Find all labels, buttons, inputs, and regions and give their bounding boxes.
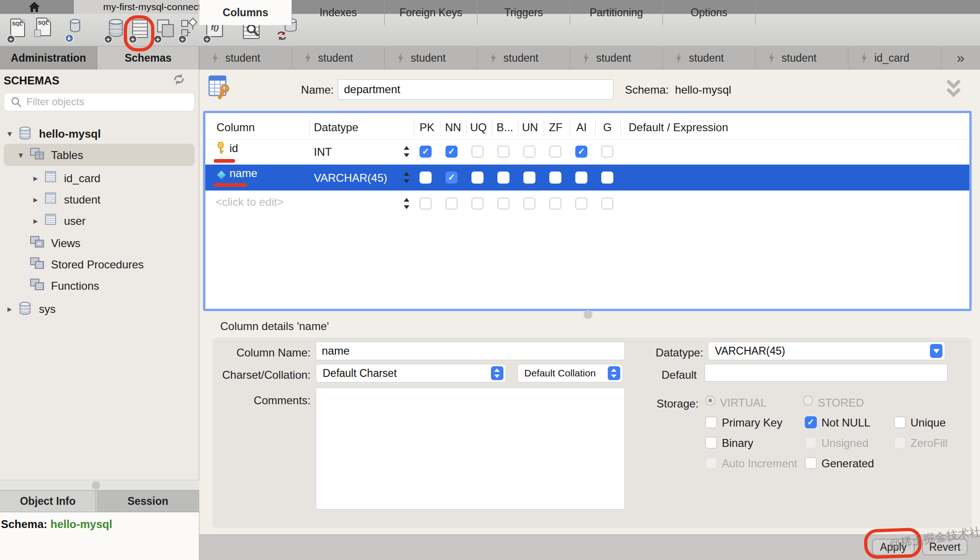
column-name-input[interactable] [316, 342, 625, 360]
doc-tab-student-2[interactable]: student [292, 46, 385, 70]
flag-binary-checkbox[interactable] [705, 437, 717, 449]
new-sql-tab-button[interactable]: SQL [6, 18, 30, 44]
col-header-datatype[interactable]: Datatype [314, 121, 358, 134]
checkbox-ai[interactable] [575, 197, 587, 210]
flag-primary-key-checkbox[interactable] [705, 416, 717, 428]
column-name-cell[interactable]: id [229, 142, 238, 155]
datatype-combo[interactable]: VARCHAR(45) [708, 342, 945, 360]
datatype-cell[interactable]: VARCHAR(45) [314, 172, 387, 185]
tab-object-info[interactable]: Object Info [0, 490, 96, 512]
tab-administration[interactable]: Administration [0, 46, 97, 70]
checkbox-uq[interactable] [471, 197, 484, 210]
tree-item-hello-mysql[interactable]: ▾ hello-mysql [0, 123, 198, 145]
checkbox-b[interactable] [497, 197, 509, 210]
tree-item-user[interactable]: ▸ user [0, 210, 198, 232]
checkbox-zf[interactable] [549, 172, 561, 184]
tab-overflow-button[interactable]: » [941, 46, 980, 70]
checkbox-un[interactable] [523, 172, 535, 184]
tree-item-sys[interactable]: ▸ sys [0, 299, 198, 320]
checkbox-nn[interactable] [445, 197, 458, 210]
tree-item-stored-procedures[interactable]: Stored Procedures [0, 254, 198, 275]
chevron-right-icon[interactable]: ▸ [7, 304, 12, 314]
datatype-stepper[interactable] [403, 172, 410, 184]
tab-options[interactable]: Options [663, 0, 756, 25]
col-header-nn[interactable]: NN [445, 121, 461, 134]
collapse-header-button[interactable] [944, 78, 963, 101]
col-header-un[interactable]: UN [522, 121, 538, 134]
checkbox-zf[interactable] [549, 146, 561, 158]
checkbox-pk[interactable] [420, 172, 432, 184]
col-header-column[interactable]: Column [216, 121, 255, 134]
column-name-cell[interactable]: name [229, 167, 257, 180]
tab-foreign-keys[interactable]: Foreign Keys [385, 0, 477, 25]
new-column-placeholder[interactable]: <click to edit> [216, 196, 284, 209]
col-header-ai[interactable]: AI [576, 121, 587, 134]
checkbox-uq[interactable] [471, 172, 484, 184]
tab-indexes[interactable]: Indexes [292, 0, 385, 25]
checkbox-pk[interactable] [420, 197, 432, 210]
checkbox-uq[interactable] [471, 146, 484, 158]
doc-tab-student-3[interactable]: student [385, 46, 477, 70]
radio-stored[interactable] [803, 395, 813, 406]
chevron-right-icon[interactable]: ▸ [33, 194, 38, 205]
chevron-down-icon[interactable]: ▾ [7, 128, 12, 139]
tab-session[interactable]: Session [96, 490, 199, 512]
schema-inspector-button[interactable]: i [64, 18, 87, 44]
datatype-stepper[interactable] [403, 146, 410, 158]
charset-dropdown[interactable]: Default Charset [316, 364, 506, 382]
sidebar-splitter[interactable] [0, 480, 199, 490]
open-sql-script-button[interactable]: SQL [32, 18, 56, 44]
tree-item-tables[interactable]: ▾ Tables [0, 145, 198, 166]
checkbox-un[interactable] [523, 146, 535, 158]
doc-tab-student-6[interactable]: student [663, 46, 756, 70]
create-view-button[interactable] [153, 18, 177, 44]
col-header-b[interactable]: B... [496, 121, 513, 134]
tab-partitioning[interactable]: Partitioning [570, 0, 663, 25]
checkbox-b[interactable] [497, 172, 509, 184]
checkbox-un[interactable] [523, 197, 535, 210]
col-header-uq[interactable]: UQ [470, 121, 487, 134]
checkbox-b[interactable] [497, 146, 509, 158]
tree-item-functions[interactable]: Functions [0, 275, 198, 297]
tab-triggers[interactable]: Triggers [477, 0, 570, 25]
checkbox-pk[interactable] [420, 146, 432, 158]
col-header-zf[interactable]: ZF [549, 121, 562, 134]
col-header-pk[interactable]: PK [420, 121, 434, 134]
doc-tab-id-card[interactable]: id_card [848, 46, 941, 70]
home-tab-button[interactable] [27, 1, 42, 13]
tab-schemas[interactable]: Schemas [97, 46, 199, 70]
checkbox-zf[interactable] [549, 197, 561, 210]
splitter-handle[interactable] [92, 481, 100, 490]
table-name-input[interactable] [338, 79, 613, 100]
flag-generated-checkbox[interactable] [805, 457, 817, 469]
chevron-right-icon[interactable]: ▸ [33, 173, 38, 184]
tree-item-student[interactable]: ▸ student [0, 189, 198, 210]
default-value-input[interactable] [705, 364, 948, 382]
col-header-g[interactable]: G [603, 121, 612, 134]
flag-not-null-checkbox[interactable] [805, 416, 817, 428]
tab-columns[interactable]: Columns [199, 0, 292, 25]
radio-virtual[interactable] [705, 395, 715, 406]
chevron-down-icon[interactable]: ▾ [19, 150, 23, 160]
filter-objects-input[interactable]: Filter objects [4, 93, 195, 111]
datatype-cell[interactable]: INT [314, 146, 332, 159]
doc-tab-student-5[interactable]: student [570, 46, 663, 70]
refresh-schemas-button[interactable] [172, 73, 185, 87]
checkbox-ai[interactable] [575, 146, 587, 158]
doc-tab-student-4[interactable]: student [477, 46, 570, 70]
grid-splitter-handle[interactable] [584, 310, 592, 319]
flag-unique-checkbox[interactable] [894, 416, 906, 428]
comments-textarea[interactable] [316, 388, 625, 509]
checkbox-nn[interactable] [445, 172, 458, 184]
tree-item-views[interactable]: Views [0, 233, 198, 254]
create-procedure-button[interactable] [178, 18, 201, 44]
col-header-default[interactable]: Default / Expression [629, 121, 728, 134]
collation-dropdown[interactable]: Default Collation [517, 364, 623, 382]
checkbox-g[interactable] [601, 172, 613, 184]
doc-tab-student-7[interactable]: student [756, 46, 848, 70]
tree-item-id-card[interactable]: ▸ id_card [0, 168, 198, 189]
checkbox-g[interactable] [601, 146, 613, 158]
checkbox-g[interactable] [601, 197, 613, 210]
chevron-right-icon[interactable]: ▸ [33, 216, 38, 226]
doc-tab-student-1[interactable]: student [199, 46, 292, 70]
